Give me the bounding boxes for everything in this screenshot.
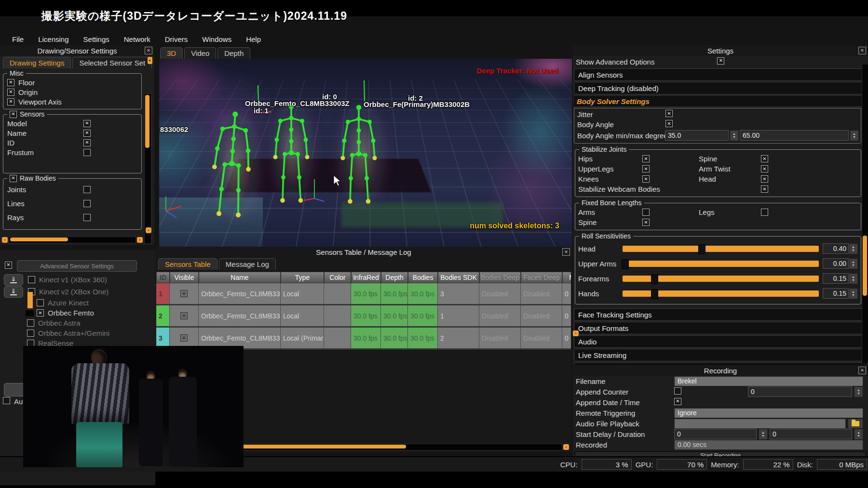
body-angle-min-field[interactable]: 35.0 [665, 130, 729, 141]
sensor-list-item-orbbec-astra[interactable]: Orbbec Astra [0, 318, 155, 328]
slider[interactable] [623, 261, 819, 267]
tab-drawing-settings[interactable]: Drawing Settings [3, 57, 71, 68]
slider-thumb[interactable] [622, 259, 629, 269]
slider[interactable] [623, 246, 819, 252]
checkbox[interactable] [83, 186, 91, 193]
checkbox[interactable] [10, 111, 17, 118]
spinner[interactable]: ▲▼ [849, 243, 858, 254]
tab-selected-sensor-set[interactable]: Selected Sensor Set [72, 57, 152, 68]
spinner[interactable]: ▲▼ [759, 429, 768, 440]
counter-field[interactable]: 0 [748, 386, 852, 397]
checkbox[interactable] [642, 219, 650, 226]
close-icon[interactable]: ✕ [562, 248, 570, 256]
checkbox[interactable] [761, 175, 768, 183]
column-header-m[interactable]: M [562, 272, 571, 283]
menu-item-network[interactable]: Network [117, 35, 158, 43]
checkbox[interactable] [180, 334, 188, 342]
sensor-list-item-azure-kinect[interactable]: Azure Kinect [0, 298, 155, 308]
vertical-scrollbar[interactable] [144, 93, 151, 244]
checkbox[interactable] [761, 209, 768, 216]
checkbox[interactable] [37, 309, 44, 317]
scrollbar-button[interactable] [2, 237, 8, 243]
duration-field[interactable]: 0 [770, 429, 852, 439]
horizontal-scrollbar[interactable] [2, 237, 143, 243]
filename-field[interactable]: Brekel [674, 376, 863, 386]
checkbox[interactable] [642, 155, 650, 162]
checkbox[interactable] [83, 149, 91, 156]
checkbox[interactable] [83, 120, 91, 127]
checkbox[interactable] [5, 262, 12, 269]
spinner[interactable]: ▲▼ [849, 258, 858, 269]
column-header-bodies[interactable]: Bodies [408, 272, 438, 283]
viewport-3d[interactable]: Orbbec_Femto_CL8MB33003Z id: 1 id: 0 Orb… [159, 59, 572, 247]
column-header-name[interactable]: Name [199, 272, 281, 283]
checkbox[interactable] [761, 155, 768, 162]
column-header-depth[interactable]: Depth [381, 272, 408, 283]
remote-triggering-field[interactable]: Ignore [674, 408, 863, 418]
checkbox[interactable] [83, 214, 91, 221]
section-output-formats[interactable]: Output Formats [574, 322, 867, 334]
tab-3d[interactable]: 3D [160, 47, 183, 59]
spinner[interactable]: ▲▼ [850, 130, 859, 141]
column-header-infrared[interactable]: InfraRed [351, 272, 381, 283]
sensor-list-item-kinect-v2-xbox-one[interactable]: ⇓Kinect v2 (XBox One) [0, 286, 155, 298]
slider[interactable] [623, 290, 819, 297]
slider-thumb[interactable] [698, 244, 705, 254]
checkbox[interactable] [642, 175, 650, 183]
advanced-sensor-settings-button[interactable]: Advanced Sensor Settings [17, 260, 137, 272]
close-icon[interactable]: ✕ [145, 47, 152, 54]
checkbox[interactable] [10, 175, 17, 182]
checkbox[interactable] [642, 209, 650, 216]
scrollbar-button[interactable] [573, 330, 579, 336]
spinner[interactable]: ▲▼ [730, 130, 739, 141]
section-deep-tracking-disabled[interactable]: Deep Tracking (disabled) [574, 82, 867, 94]
spinner[interactable]: ▲▼ [849, 288, 858, 299]
scrollbar-button[interactable] [137, 237, 143, 243]
checkbox[interactable] [7, 98, 14, 106]
panel-scroll-button[interactable] [148, 57, 152, 64]
column-header-visible[interactable]: Visible [170, 272, 199, 283]
column-header-bodies-deep[interactable]: Bodies Deep [479, 272, 521, 283]
menu-item-drivers[interactable]: Drivers [158, 35, 195, 43]
checkbox[interactable] [761, 185, 768, 193]
checkbox[interactable] [180, 312, 188, 319]
scrollbar-button[interactable] [563, 444, 569, 450]
scrollbar-button[interactable] [146, 227, 151, 233]
checkbox[interactable] [27, 330, 34, 337]
menu-item-windows[interactable]: Windows [195, 35, 239, 43]
scrollbar-track[interactable] [9, 237, 136, 243]
checkbox[interactable] [27, 319, 34, 327]
slider[interactable] [623, 276, 819, 282]
section-audio[interactable]: Audio [574, 335, 867, 348]
section-align-sensors[interactable]: Align Sensors [574, 68, 867, 81]
checkbox[interactable] [83, 200, 91, 207]
checkbox[interactable] [665, 120, 673, 127]
checkbox[interactable] [674, 387, 681, 395]
spinner[interactable]: ▲▼ [854, 429, 863, 440]
column-header-type[interactable]: Type [281, 272, 324, 283]
checkbox[interactable] [642, 165, 650, 172]
menu-item-file[interactable]: File [5, 35, 31, 43]
spinner[interactable]: ▲▼ [849, 273, 858, 284]
menu-item-settings[interactable]: Settings [76, 35, 117, 43]
tab-message-log[interactable]: Message Log [219, 258, 276, 270]
table-row[interactable]: 1Orbbec_Femto_CL8MB33003ZLocal30.0 fps30… [156, 283, 571, 305]
column-header-id[interactable]: ID [156, 272, 170, 283]
body-angle-max-field[interactable]: 65.00 [740, 130, 849, 141]
download-icon[interactable]: ⇓ [4, 286, 23, 298]
start-delay-field[interactable]: 0 [674, 429, 757, 439]
slider-thumb[interactable] [651, 274, 658, 284]
checkbox[interactable] [674, 398, 681, 405]
table-row[interactable]: 2Orbbec_Femto_CL8MB330062Local30.0 fps30… [156, 305, 571, 328]
column-header-color[interactable]: Color [324, 272, 351, 283]
vertical-scrollbar[interactable] [862, 65, 868, 363]
sensor-list-item-orbbec-femto[interactable]: Orbbec Femto [0, 308, 155, 318]
column-header-faces-deep[interactable]: Faces Deep [521, 272, 562, 283]
tab-depth[interactable]: Depth [217, 47, 250, 59]
spinner[interactable]: ▲▼ [854, 386, 863, 397]
section-live-streaming[interactable]: Live Streaming [574, 349, 867, 361]
checkbox[interactable] [83, 139, 91, 146]
browse-button[interactable] [848, 419, 863, 429]
menu-item-help[interactable]: Help [239, 35, 268, 43]
checkbox[interactable] [7, 89, 14, 96]
